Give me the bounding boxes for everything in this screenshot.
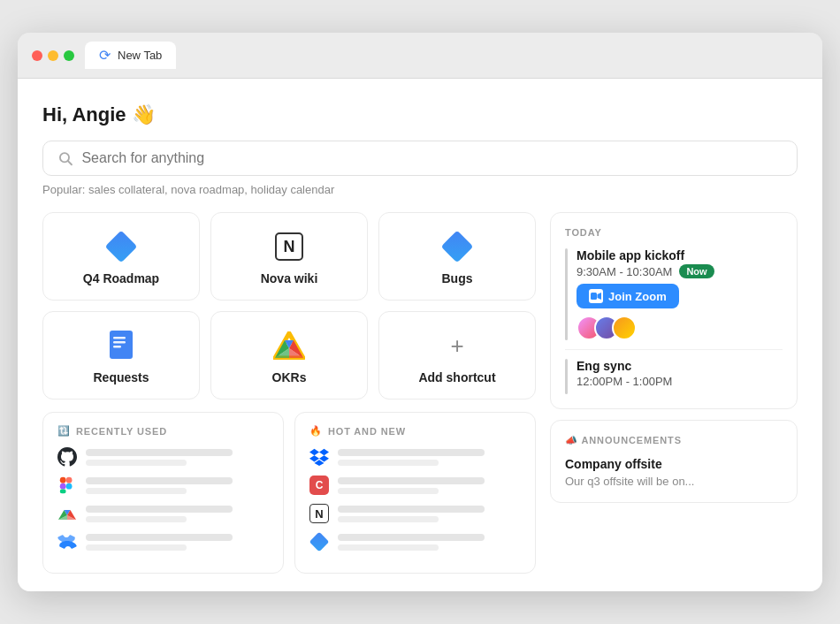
- announcements-card: 📣 ANNOUNCEMENTS Company offsite Our q3 o…: [550, 420, 798, 503]
- hot-and-new-title: 🔥 HOT AND NEW: [309, 425, 521, 437]
- list-item[interactable]: [309, 447, 521, 467]
- greeting: Hi, Angie 👋: [42, 103, 798, 126]
- event-eng-sync: Eng sync 12:00PM - 1:00PM: [565, 359, 783, 394]
- today-card: TODAY Mobile app kickoff 9:30AM - 10:30A…: [550, 212, 798, 409]
- list-item[interactable]: [309, 532, 521, 552]
- svg-rect-4: [113, 341, 126, 344]
- event-eng-title: Eng sync: [577, 359, 631, 373]
- dropbox-icon: [309, 447, 329, 467]
- event-eng-time: 12:00PM - 1:00PM: [577, 375, 672, 388]
- confluence-icon: [57, 532, 77, 552]
- browser-tab[interactable]: ⟳ New Tab: [85, 42, 176, 69]
- list-item[interactable]: [57, 504, 269, 523]
- shortcut-requests[interactable]: Requests: [42, 311, 200, 400]
- join-zoom-button[interactable]: Join Zoom: [577, 284, 679, 308]
- notion-icon: N: [309, 504, 329, 523]
- title-bar: ⟳ New Tab: [18, 33, 822, 79]
- event-title-text: Mobile app kickoff: [577, 248, 684, 263]
- clickup-icon: C: [309, 476, 329, 495]
- svg-rect-5: [113, 346, 121, 348]
- list-item[interactable]: C: [309, 476, 521, 495]
- search-bar[interactable]: [42, 141, 798, 176]
- browser-window: ⟳ New Tab Hi, Angie 👋 Popular: sales col…: [18, 33, 822, 591]
- svg-point-17: [66, 483, 73, 490]
- bottom-sections: 🔃 RECENTLY USED: [42, 412, 536, 574]
- announcements-icon: 📣: [565, 435, 581, 445]
- event-mobile-kickoff: Mobile app kickoff 9:30AM - 10:30AM Now: [565, 248, 783, 340]
- event-avatars: [577, 316, 714, 340]
- zoom-icon: [589, 289, 603, 303]
- svg-rect-3: [113, 337, 126, 339]
- shortcut-add[interactable]: + Add shortcut: [378, 311, 536, 400]
- shortcut-q4-roadmap[interactable]: Q4 Roadmap: [42, 212, 200, 301]
- list-item[interactable]: N: [309, 504, 521, 523]
- svg-rect-14: [60, 483, 66, 490]
- tab-icon: ⟳: [99, 47, 111, 64]
- figma-icon: [57, 476, 77, 495]
- close-button[interactable]: [32, 50, 42, 61]
- left-column: Q4 Roadmap N Nova wiki: [42, 212, 536, 574]
- traffic-lights: [32, 50, 74, 61]
- list-item[interactable]: [57, 447, 269, 467]
- maximize-button[interactable]: [64, 50, 74, 61]
- avatar: [612, 316, 637, 340]
- now-badge: Now: [679, 264, 714, 278]
- right-column: TODAY Mobile app kickoff 9:30AM - 10:30A…: [550, 212, 798, 574]
- svg-rect-16: [66, 477, 73, 483]
- minimize-button[interactable]: [48, 50, 58, 61]
- shortcut-okrs[interactable]: OKRs: [210, 311, 368, 400]
- shortcut-requests-label: Requests: [93, 370, 149, 384]
- list-item[interactable]: [57, 532, 269, 552]
- announcement-text: Our q3 offsite will be on...: [565, 475, 783, 488]
- main-grid: Q4 Roadmap N Nova wiki: [42, 212, 798, 574]
- announcements-section-title: 📣 ANNOUNCEMENTS: [565, 435, 783, 446]
- page-content: Hi, Angie 👋 Popular: sales collateral, n…: [18, 79, 822, 591]
- shortcut-add-label: Add shortcut: [418, 370, 495, 384]
- today-section-title: TODAY: [565, 227, 783, 238]
- join-zoom-label: Join Zoom: [608, 290, 667, 303]
- hot-icon: 🔥: [309, 425, 323, 437]
- shortcut-nova-wiki[interactable]: N Nova wiki: [210, 212, 368, 301]
- svg-marker-25: [598, 293, 602, 300]
- github-icon: [57, 447, 77, 467]
- event-time-text: 9:30AM - 10:30AM: [577, 265, 672, 278]
- hot-and-new-card: 🔥 HOT AND NEW: [294, 412, 536, 574]
- svg-rect-24: [591, 293, 597, 300]
- svg-rect-2: [110, 331, 133, 359]
- svg-rect-15: [60, 490, 66, 494]
- recently-used-icon: 🔃: [57, 425, 71, 437]
- gdrive-icon: [57, 504, 77, 523]
- shortcuts-grid: Q4 Roadmap N Nova wiki: [42, 212, 536, 400]
- search-input[interactable]: [81, 150, 783, 166]
- diamond-icon: [309, 532, 329, 552]
- tab-title: New Tab: [118, 49, 162, 62]
- recently-used-card: 🔃 RECENTLY USED: [42, 412, 284, 574]
- popular-text: Popular: sales collateral, nova roadmap,…: [42, 183, 798, 196]
- shortcut-bugs[interactable]: Bugs: [378, 212, 536, 301]
- shortcut-okrs-label: OKRs: [272, 370, 307, 384]
- list-item[interactable]: [57, 476, 269, 495]
- search-icon: [57, 150, 73, 166]
- shortcut-q4-roadmap-label: Q4 Roadmap: [83, 271, 159, 285]
- shortcut-bugs-label: Bugs: [442, 271, 473, 285]
- shortcut-nova-wiki-label: Nova wiki: [261, 271, 318, 285]
- svg-line-1: [68, 161, 72, 164]
- recently-used-title: 🔃 RECENTLY USED: [57, 425, 269, 437]
- announcement-title: Company offsite: [565, 457, 783, 471]
- svg-rect-13: [60, 477, 66, 483]
